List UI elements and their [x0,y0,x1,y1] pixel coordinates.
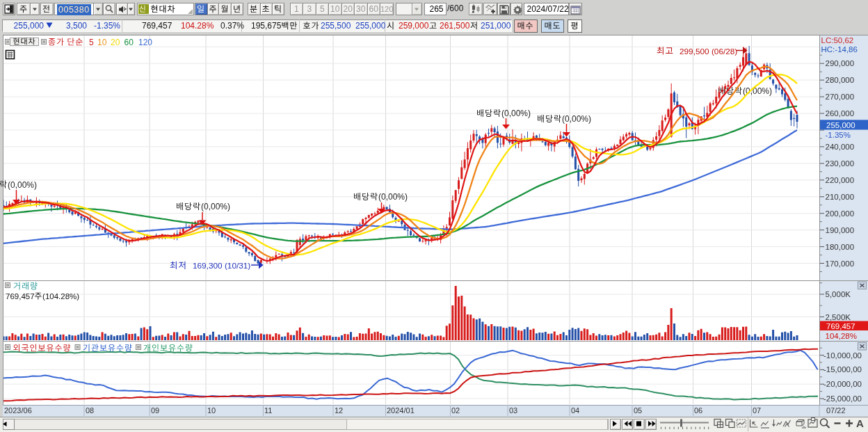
svg-text:12: 12 [335,406,343,415]
svg-text:02: 02 [451,406,460,415]
svg-text:-20,000,00: -20,000,00 [823,380,862,388]
svg-text:(0,00%): (0,00%) [378,192,408,202]
svg-text:290,000: 290,000 [826,59,855,67]
svg-text:120: 120 [138,38,152,47]
svg-text:LC:50,62: LC:50,62 [821,36,854,45]
svg-text:07/22: 07/22 [826,406,846,415]
svg-text:0.37%: 0.37% [220,21,244,31]
svg-text:2024/01: 2024/01 [387,406,415,415]
svg-text:230,000: 230,000 [826,159,855,168]
svg-text:-25,000,00: -25,000,00 [823,394,862,403]
svg-text:255,000: 255,000 [826,121,855,129]
svg-text:251,000: 251,000 [481,21,511,31]
svg-text:255,500: 255,500 [321,21,351,31]
svg-text:280,000: 280,000 [826,76,855,84]
svg-text:10: 10 [97,38,107,47]
svg-text:HC:-14,86: HC:-14,86 [821,45,858,54]
svg-text:05: 05 [634,406,642,415]
svg-text:5,000K: 5,000K [826,290,851,298]
svg-text:10: 10 [207,406,216,415]
svg-text:11: 11 [264,406,272,415]
svg-text:255,000: 255,000 [14,21,45,31]
svg-text:A: A [856,417,864,429]
svg-text:769,457: 769,457 [142,21,172,31]
svg-text:20: 20 [111,38,120,47]
svg-text:(0,00%): (0,00%) [562,114,591,124]
svg-text:04: 04 [571,406,579,415]
svg-text:104,28%: 104,28% [826,332,857,340]
svg-text:60: 60 [124,38,134,47]
svg-text:(104.28%): (104.28%) [42,292,79,301]
svg-text:2023/06: 2023/06 [4,406,32,415]
svg-text:09: 09 [151,406,159,415]
svg-text:200,000: 200,000 [826,209,855,218]
svg-text:240,000: 240,000 [826,143,855,151]
svg-text:220,000: 220,000 [826,176,855,184]
svg-text:169,300 (10/31): 169,300 (10/31) [193,261,250,271]
svg-text:769,457: 769,457 [826,322,855,330]
svg-text:259,000: 259,000 [399,21,429,31]
svg-text:07: 07 [753,406,761,415]
svg-text:170,000: 170,000 [826,259,855,268]
svg-text:03: 03 [509,406,517,415]
svg-text:08: 08 [86,406,94,415]
svg-text:06: 06 [694,406,702,415]
svg-text:190,000: 190,000 [826,226,855,234]
svg-text:2,500K: 2,500K [826,313,851,321]
svg-text:210,000: 210,000 [826,193,855,201]
svg-text:-10,000,00: -10,000,00 [823,351,862,360]
svg-text:-1.35%: -1.35% [94,21,120,31]
svg-text:270,000: 270,000 [826,93,855,101]
svg-text:195,675: 195,675 [251,21,282,31]
svg-text:299,500 (06/28): 299,500 (06/28) [680,47,737,56]
svg-text:-15,000,00: -15,000,00 [823,365,862,374]
svg-text:104.28%: 104.28% [181,21,214,31]
svg-text:(0,00%): (0,00%) [501,109,531,118]
svg-text:(0,00%): (0,00%) [201,202,230,211]
svg-text:255,000: 255,000 [355,21,386,31]
svg-text:769,457: 769,457 [6,292,35,301]
svg-text:5: 5 [89,38,94,47]
svg-text:261,500: 261,500 [440,21,470,31]
svg-text:3,500: 3,500 [66,21,87,31]
svg-text:(0,00%): (0,00%) [8,180,37,190]
svg-text:-1.35%: -1.35% [826,131,851,139]
svg-text:260,000: 260,000 [826,109,855,118]
svg-text:180,000: 180,000 [826,243,855,251]
